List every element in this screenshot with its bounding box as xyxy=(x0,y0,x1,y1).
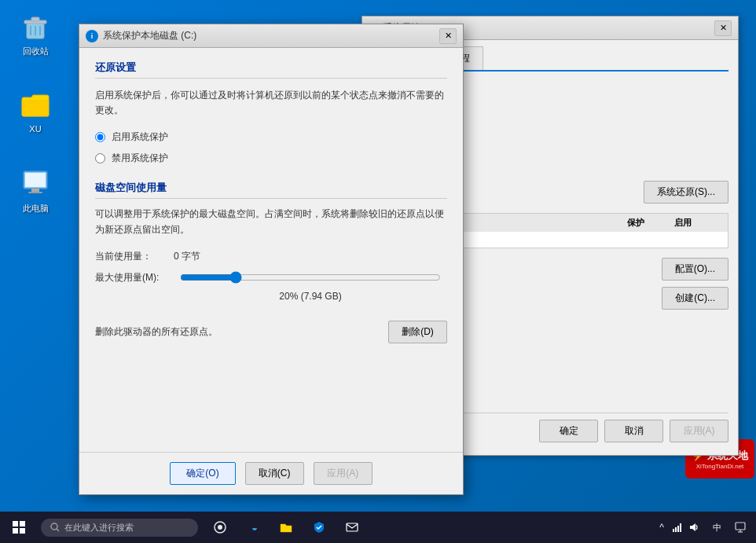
taskbar-clock[interactable]: 中 xyxy=(706,519,728,537)
svg-point-14 xyxy=(51,523,57,530)
section2-title: 磁盘空间使用量 xyxy=(95,181,447,199)
max-label: 最大使用量(M): xyxy=(95,271,174,284)
svg-rect-8 xyxy=(31,189,39,192)
desktop: 回收站 XU 此电脑 🖥 系统属性 ✕ xyxy=(0,0,756,512)
sys-props-ok-btn[interactable]: 确定 xyxy=(539,420,598,442)
taskbar-mail[interactable] xyxy=(336,512,368,543)
svg-rect-11 xyxy=(20,521,25,526)
taskbar-search[interactable]: 在此键入进行搜索 xyxy=(41,519,198,537)
sys-props-apply-btn[interactable]: 应用(A) xyxy=(670,420,728,442)
dialog-footer: 确定(O) 取消(C) 应用(A) xyxy=(79,452,463,494)
dialog-content: 还原设置 启用系统保护后，你可以通过及时将计算机还原到以前的某个状态点来撤消不需… xyxy=(79,48,463,452)
svg-rect-22 xyxy=(680,523,681,532)
sys-props-cancel-btn[interactable]: 取消 xyxy=(604,420,663,442)
computer-icon xyxy=(20,168,51,200)
svg-rect-20 xyxy=(675,527,677,532)
svg-rect-18 xyxy=(347,523,358,531)
radio-enable-label[interactable]: 启用系统保护 xyxy=(112,130,168,144)
main-dialog-title: 系统保护本地磁盘 (C:) xyxy=(103,29,439,42)
usage-value: 0 字节 xyxy=(174,250,200,263)
main-dialog-close-btn[interactable]: ✕ xyxy=(439,28,457,44)
start-button[interactable] xyxy=(0,512,38,543)
slider-percent: 20% (7.94 GB) xyxy=(174,291,447,302)
sys-props-window-controls: ✕ xyxy=(714,20,732,36)
taskbar-task-view[interactable] xyxy=(204,512,236,543)
folder-icon xyxy=(20,90,51,121)
desktop-icon-xu[interactable]: XU xyxy=(8,86,63,137)
delete-btn[interactable]: 删除(D) xyxy=(388,321,447,343)
notif-icon-1[interactable]: ^ xyxy=(655,520,669,534)
dialog-cancel-btn[interactable]: 取消(C) xyxy=(245,462,304,485)
svg-rect-21 xyxy=(677,526,679,532)
action-center[interactable] xyxy=(731,512,750,543)
system-restore-btn[interactable]: 系统还原(S)... xyxy=(644,181,728,204)
main-dialog-controls: ✕ xyxy=(439,28,457,44)
radio-enable[interactable] xyxy=(95,132,105,142)
desktop-icon-recycle-bin[interactable]: 回收站 xyxy=(8,8,63,61)
desktop-icon-computer[interactable]: 此电脑 xyxy=(8,165,63,218)
create-btn[interactable]: 创建(C)... xyxy=(662,287,728,310)
delete-label: 删除此驱动器的所有还原点。 xyxy=(95,325,218,339)
usage-label: 当前使用量： xyxy=(95,250,174,263)
svg-rect-13 xyxy=(20,528,25,534)
taskbar-app-icons xyxy=(204,512,368,543)
dialog-icon: i xyxy=(86,30,98,42)
section1-title: 还原设置 xyxy=(95,61,447,79)
disk-usage-section: 磁盘空间使用量 可以调整用于系统保护的最大磁盘空间。占满空间时，系统将删除较旧的… xyxy=(95,181,447,343)
taskbar-security[interactable] xyxy=(303,512,335,543)
config-btn[interactable]: 配置(O)... xyxy=(662,258,728,281)
svg-rect-23 xyxy=(736,523,745,530)
radio-item-disable[interactable]: 禁用系统保护 xyxy=(95,152,447,165)
col-header-status-enabled: 启用 xyxy=(674,217,721,229)
notification-area: ^ xyxy=(655,520,700,534)
delete-section: 删除此驱动器的所有还原点。 删除(D) xyxy=(95,314,447,343)
clock-time: 中 xyxy=(713,522,721,534)
section2-desc: 可以调整用于系统保护的最大磁盘空间。占满空间时，系统将删除较旧的还原点以便为新还… xyxy=(95,207,447,237)
sys-logo-url: XiTongTianDi.net xyxy=(696,463,744,470)
svg-rect-19 xyxy=(673,529,674,532)
taskbar-edge[interactable] xyxy=(237,512,269,543)
xu-label: XU xyxy=(29,124,41,134)
main-dialog-titlebar[interactable]: i 系统保护本地磁盘 (C:) ✕ xyxy=(79,24,463,48)
disk-usage-slider[interactable] xyxy=(180,271,441,284)
search-placeholder: 在此键入进行搜索 xyxy=(64,522,134,534)
svg-rect-12 xyxy=(13,528,18,534)
main-dialog: i 系统保护本地磁盘 (C:) ✕ 还原设置 启用系统保护后，你可以通过及时将计… xyxy=(79,24,464,495)
notif-icon-network[interactable] xyxy=(670,520,684,534)
taskbar: 在此键入进行搜索 xyxy=(0,512,756,543)
dialog-apply-btn[interactable]: 应用(A) xyxy=(314,462,372,485)
svg-line-15 xyxy=(57,529,59,531)
sys-props-close-btn[interactable]: ✕ xyxy=(714,20,732,36)
dialog-ok-btn[interactable]: 确定(O) xyxy=(170,462,235,485)
col-header-status-protection: 保护 xyxy=(627,217,674,229)
computer-label: 此电脑 xyxy=(23,203,49,215)
radio-item-enable[interactable]: 启用系统保护 xyxy=(95,130,447,144)
recycle-bin-label: 回收站 xyxy=(23,46,49,57)
slider-row: 最大使用量(M): xyxy=(95,271,447,284)
section1-desc: 启用系统保护后，你可以通过及时将计算机还原到以前的某个状态点来撤消不需要的更改。 xyxy=(95,88,447,118)
radio-disable[interactable] xyxy=(95,153,105,163)
svg-rect-10 xyxy=(13,521,18,526)
svg-rect-2 xyxy=(31,17,39,21)
radio-disable-label[interactable]: 禁用系统保护 xyxy=(112,152,168,165)
taskbar-right: ^ 中 xyxy=(655,512,756,543)
svg-rect-9 xyxy=(28,192,42,193)
recycle-bin-icon xyxy=(20,11,51,42)
notif-icon-sound[interactable] xyxy=(686,520,700,534)
current-usage-row: 当前使用量： 0 字节 xyxy=(95,250,447,263)
radio-group: 启用系统保护 禁用系统保护 xyxy=(95,130,447,165)
svg-rect-7 xyxy=(25,173,46,187)
svg-point-17 xyxy=(218,525,222,530)
taskbar-explorer[interactable] xyxy=(270,512,302,543)
